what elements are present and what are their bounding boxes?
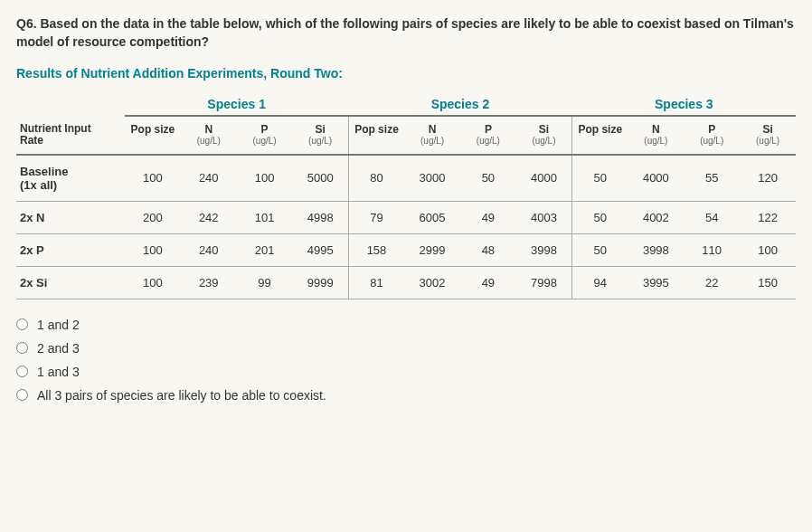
cell: 150	[740, 266, 796, 299]
cell: 4003	[516, 201, 572, 233]
option-4-label: All 3 pairs of species are likely to be …	[37, 388, 326, 403]
option-2-radio[interactable]	[16, 342, 28, 354]
col-header: N(ug/L)	[628, 116, 684, 155]
col-header: Si(ug/L)	[740, 116, 796, 155]
option-1-radio[interactable]	[16, 318, 28, 330]
cell: 200	[125, 201, 181, 233]
cell: 3002	[404, 266, 460, 299]
col-header: Pop size	[348, 116, 404, 155]
table-row: 2x N200242101499879600549400350400254122	[16, 201, 796, 233]
cell: 2999	[404, 233, 460, 266]
table-row: Baseline(1x all)100240100500080300050400…	[16, 155, 796, 202]
option-4[interactable]: All 3 pairs of species are likely to be …	[16, 388, 796, 403]
col-header: Pop size	[572, 116, 628, 155]
cell: 4995	[292, 233, 348, 266]
table-title: Results of Nutrient Addition Experiments…	[16, 66, 796, 81]
cell: 239	[181, 266, 237, 299]
col-header: Si(ug/L)	[516, 116, 572, 155]
cell: 4000	[628, 155, 684, 202]
col-header: N(ug/L)	[404, 116, 460, 155]
cell: 120	[740, 155, 796, 202]
cell: 110	[684, 233, 740, 266]
cell: 4998	[292, 201, 348, 233]
data-table: Species 1 Species 2 Species 3 Nutrient I…	[16, 88, 796, 299]
cell: 49	[460, 266, 516, 299]
cell: 50	[460, 155, 516, 202]
row-label: 2x N	[16, 201, 125, 233]
cell: 4000	[516, 155, 572, 202]
option-3-label: 1 and 3	[37, 365, 80, 379]
cell: 3998	[516, 233, 572, 266]
col-header: N(ug/L)	[181, 116, 237, 155]
cell: 240	[181, 233, 237, 266]
species-1-header: Species 1	[125, 88, 348, 116]
cell: 3995	[628, 266, 684, 299]
cell: 3000	[404, 155, 460, 202]
column-header-row: Nutrient Input Rate Pop size N(ug/L) P(u…	[16, 116, 796, 155]
option-3-radio[interactable]	[16, 366, 28, 377]
cell: 100	[125, 266, 181, 299]
cell: 100	[237, 155, 293, 202]
cell: 49	[460, 201, 516, 233]
cell: 240	[181, 155, 237, 202]
row-header-label: Nutrient Input Rate	[16, 116, 125, 155]
species-header-row: Species 1 Species 2 Species 3	[16, 88, 796, 116]
cell: 9999	[292, 266, 348, 299]
col-header: P(ug/L)	[237, 116, 293, 155]
option-3[interactable]: 1 and 3	[16, 365, 796, 379]
cell: 81	[348, 266, 404, 299]
cell: 80	[348, 155, 404, 202]
cell: 100	[125, 155, 181, 202]
option-1-label: 1 and 2	[37, 318, 80, 332]
answer-options: 1 and 2 2 and 3 1 and 3 All 3 pairs of s…	[16, 318, 796, 403]
cell: 22	[684, 266, 740, 299]
cell: 6005	[404, 201, 460, 233]
cell: 99	[237, 266, 293, 299]
cell: 5000	[292, 155, 348, 202]
cell: 4002	[628, 201, 684, 233]
option-2-label: 2 and 3	[37, 341, 80, 356]
col-header: Si(ug/L)	[292, 116, 348, 155]
cell: 50	[572, 233, 628, 266]
cell: 54	[684, 201, 740, 233]
table-row: 2x Si10023999999981300249799894399522150	[16, 266, 796, 299]
row-label: 2x P	[16, 233, 125, 266]
cell: 101	[237, 201, 293, 233]
col-header: Pop size	[125, 116, 181, 155]
col-header: P(ug/L)	[460, 116, 516, 155]
cell: 242	[181, 201, 237, 233]
cell: 201	[237, 233, 293, 266]
cell: 55	[684, 155, 740, 202]
cell: 79	[348, 201, 404, 233]
cell: 50	[572, 155, 628, 202]
option-4-radio[interactable]	[16, 389, 28, 401]
row-label: 2x Si	[16, 266, 125, 299]
species-3-header: Species 3	[572, 88, 796, 116]
species-2-header: Species 2	[348, 88, 571, 116]
cell: 100	[125, 233, 181, 266]
cell: 7998	[516, 266, 572, 299]
cell: 48	[460, 233, 516, 266]
option-2[interactable]: 2 and 3	[16, 341, 796, 356]
cell: 50	[572, 201, 628, 233]
table-row: 2x P100240201499515829994839985039981101…	[16, 233, 796, 266]
cell: 3998	[628, 233, 684, 266]
cell: 94	[572, 266, 628, 299]
option-1[interactable]: 1 and 2	[16, 318, 796, 332]
col-header: P(ug/L)	[684, 116, 740, 155]
cell: 158	[348, 233, 404, 266]
question-text: Q6. Based on the data in the table below…	[16, 14, 796, 52]
row-label: Baseline(1x all)	[16, 155, 125, 202]
cell: 122	[740, 201, 796, 233]
cell: 100	[740, 233, 796, 266]
